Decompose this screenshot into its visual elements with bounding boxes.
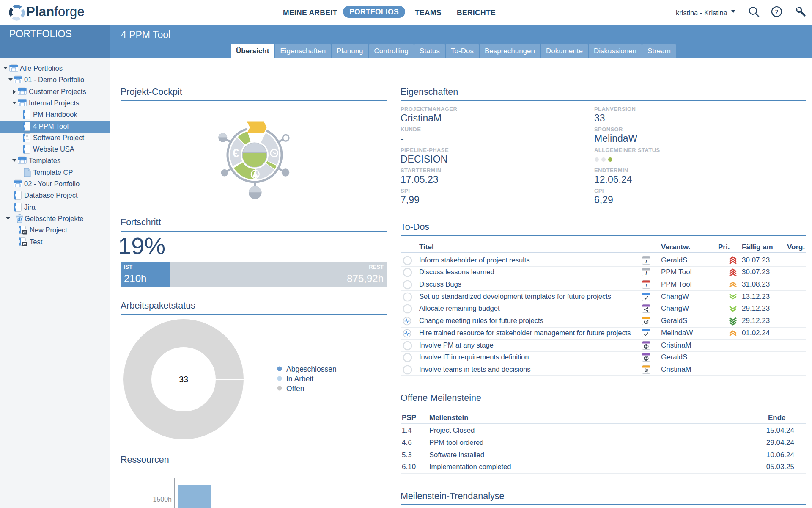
svg-text:33: 33 [179, 375, 188, 384]
svg-text:€: € [233, 146, 239, 160]
svg-text:?: ? [775, 8, 779, 15]
svg-text:!: ! [645, 283, 647, 288]
